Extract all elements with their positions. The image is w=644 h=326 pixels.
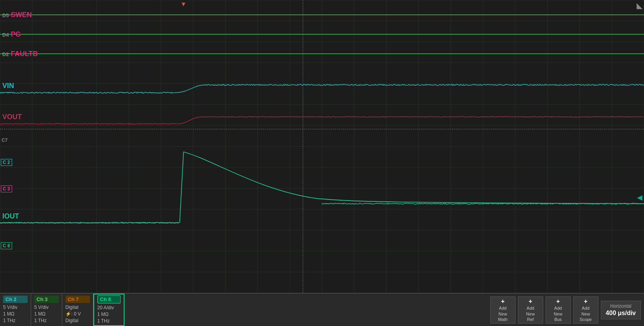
ch7-info[interactable]: Ch 7 Digital ⚡: 0 V Digital [62, 294, 93, 326]
horizontal-info[interactable]: Horizontal 400 μs/div [601, 301, 641, 319]
ch2-label: Ch 2 [3, 296, 28, 303]
add-math-button[interactable]: + Add New Math [490, 296, 516, 324]
ch7-values: Digital ⚡: 0 V Digital [65, 304, 90, 324]
d4-label: D4 PG [2, 30, 21, 39]
corner-marker: ◣ [637, 1, 642, 10]
ch8-info[interactable]: Ch 8 20 A/div 1 MΩ 1 THz [93, 294, 125, 326]
ch3-info[interactable]: Ch 3 5 V/div 1 MΩ 1 THz [31, 294, 62, 326]
d5-label: D5 SWEN [2, 11, 32, 19]
vin-label: VIN [2, 82, 14, 90]
trigger-marker: ▼ [180, 1, 186, 8]
add-ref-button[interactable]: + Add New Ref [518, 296, 543, 324]
ch3-values: 5 V/div 1 MΩ 1 THz [34, 304, 59, 324]
d2-label: D2 FAULTB [2, 50, 38, 58]
vout-label: VOUT [2, 113, 22, 121]
c8-marker: C 8 [1, 242, 12, 249]
waveform-canvas [0, 0, 644, 293]
c3-marker: C 3 [1, 185, 12, 192]
status-bar: Ch 2 5 V/div 1 MΩ 1 THz Ch 3 5 V/div 1 M… [0, 293, 644, 326]
iout-right-marker: ◀ [637, 193, 642, 202]
iout-label: IOUT [2, 212, 19, 220]
horizontal-value: 400 μs/div [606, 310, 636, 317]
ch8-label: Ch 8 [97, 295, 121, 303]
ch2-values: 5 V/div 1 MΩ 1 THz [3, 304, 28, 324]
horizontal-title: Horizontal [610, 303, 631, 309]
c7-marker: C7 [1, 137, 8, 143]
ch7-label: Ch 7 [65, 296, 90, 303]
oscilloscope: ▼ ◣ ◀ D5 SWEN D4 PG D2 FAULTB VIN VOUT C… [0, 0, 644, 326]
ch8-values: 20 A/div 1 MΩ 1 THz [97, 305, 121, 324]
cursor-line-horizontal [0, 129, 644, 129]
scope-area[interactable]: ▼ ◣ ◀ D5 SWEN D4 PG D2 FAULTB VIN VOUT C… [0, 0, 644, 293]
right-buttons: + Add New Math + Add New Ref + Add New B… [487, 294, 644, 326]
add-scope-button[interactable]: + Add New Scope [573, 296, 598, 324]
c2-marker: C 2 [1, 159, 12, 166]
cursor-line-vertical [303, 0, 303, 293]
ch2-info[interactable]: Ch 2 5 V/div 1 MΩ 1 THz [0, 294, 31, 326]
add-bus-button[interactable]: + Add New Bus [546, 296, 571, 324]
ch3-label: Ch 3 [34, 296, 59, 303]
